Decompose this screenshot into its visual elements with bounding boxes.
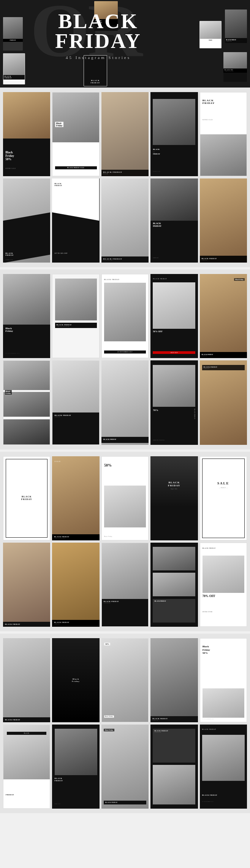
template-card: Black Friday BLACK FRIDAY <box>101 725 149 809</box>
template-card: BlackFriday BLACK FRIDAY SALE <box>52 92 99 176</box>
hero-card-br: BLACK FRI SUPER SALE 25 NOV <box>223 52 247 82</box>
template-card: BLACK FRIDAY SUPER SALE <box>200 178 247 263</box>
hero-card-mr: SALE <box>199 21 222 48</box>
template-card: BLACK FRIDAY UP TO 50% OFF <box>150 725 198 809</box>
section-3-row2: BLACK FRIDAY BLACK FRIDAY SUPER SALE UP … <box>3 543 247 627</box>
template-card: BLACKFRIDAY <box>3 456 50 540</box>
template-card: BLACK FRIDAY UP TO 50% OFF <box>101 178 149 263</box>
section-2: BlackFriday 25 NOVEMBER 2017 BLACK FRIDA… <box>0 269 250 449</box>
template-card: BLACK FRIDAY SUPER SALE <box>200 360 247 444</box>
template-card: BlackFriday <box>52 638 99 722</box>
section-3-row1: BLACKFRIDAY SALE BLACK FRIDAY SUPER SALE… <box>3 456 247 540</box>
template-card: 50% Black Friday <box>101 456 149 540</box>
template-card: Black Friday BLACK FRIDAY SUPER SALE <box>200 274 247 358</box>
hero-section: OR FRIDAY BLACKFRIDAY SUPER SALE BLACKFR… <box>0 0 250 88</box>
template-card: BlackFriday 25 NOVEMBER 2017 <box>3 274 50 358</box>
template-card: BlackFriday50% 25 NOVEMBER 2017 <box>200 638 247 722</box>
template-card: BLACK FRIDAY 25 NOVEMBER 2017 <box>101 274 149 358</box>
section-3: BLACKFRIDAY SALE BLACK FRIDAY SUPER SALE… <box>0 452 250 631</box>
template-card: BLACK FRIDAY <box>3 638 50 722</box>
section-4-row2: BLACK FRIDAY BLACKFRIDAY Super Sale Blac… <box>3 725 247 809</box>
template-card: BlackFriday50% SUPER SALE <box>3 92 50 176</box>
template-card: BLACKFRIDAY SUPER SALE <box>200 92 247 176</box>
hero-card-bl: BLACKFRIDAY <box>3 53 25 84</box>
template-card: BLACKFRIDAY Super Sale <box>150 456 198 540</box>
template-card: BLACKFRIDAY Super Sale <box>52 725 99 809</box>
template-card: BLACK FRIDAY 50% OFF SHOP NOW <box>150 274 198 358</box>
hero-card-tl: FRIDAY <box>3 17 23 51</box>
template-card: BLACK FRIDAY SUPER SALE <box>150 638 198 722</box>
template-card: BLACK FRIDAY <box>3 543 50 627</box>
section-1-row1: BlackFriday50% SUPER SALE BlackFriday BL… <box>3 92 247 176</box>
template-card: BLACKFRIDAY SUPER SALE <box>150 178 198 263</box>
template-card: BLACK FRIDAY UP TO 50% OFF <box>101 360 149 444</box>
template-card: SALE BLACK FRIDAY SUPER SALE 25 NOV 2017 <box>52 456 99 540</box>
hero-title-text: BLACK <box>55 11 141 31</box>
template-card: BLACKFRIDAY SUPER SALE <box>3 178 50 263</box>
template-card: 50% Black Friday <box>101 638 149 722</box>
hero-card-tr: BLACK FRIDAY SUPER SALE <box>225 10 247 43</box>
hero-card-bottom: BLACKFRIDAY <box>84 55 107 86</box>
hero-title-text2: FRIDAY <box>55 31 141 51</box>
section-1-row2: BLACKFRIDAY SUPER SALE BLACKFRIDAY UP TO… <box>3 178 247 263</box>
template-card: BLACK FRIDAY <box>3 725 50 809</box>
section-4-row1: BLACK FRIDAY BlackFriday 50% Black Frida… <box>3 638 247 722</box>
section-2-row2: BlackFriday BLACK FRIDAY SUPER SALE BLAC… <box>3 360 247 444</box>
hero-title: BLACK FRIDAY 45 Instagram Stories <box>55 11 141 60</box>
template-card: BLACK—FRIDAY SUPER SALE <box>150 92 198 176</box>
template-card: BLACK FRIDAY S A L E <box>101 92 149 176</box>
template-card: BLACK FRIDAY SUPER SALE <box>52 360 99 444</box>
template-card: 70% BLACK FRIDAY SUPER SALE · 25 NOV 201… <box>150 360 198 444</box>
template-card: BLACK FRIDAY SUPER SALE · UP TO 50% OFF <box>52 274 99 358</box>
section-2-row1: BlackFriday 25 NOVEMBER 2017 BLACK FRIDA… <box>3 274 247 358</box>
template-card: BLACK FRIDAY BLACK FRIDAY 25 NOVEMBER 20… <box>200 725 247 809</box>
template-card: BLACK FRIDAY 70% OFF ENTIRE STORE <box>200 543 247 627</box>
template-card: BLACK FRIDAY SUPER SALE UP TO 50% OFF <box>52 543 99 627</box>
template-card: BlackFriday <box>3 360 50 444</box>
section-1: BlackFriday50% SUPER SALE BlackFriday BL… <box>0 88 250 267</box>
section-4: BLACK FRIDAY BlackFriday 50% Black Frida… <box>0 634 250 813</box>
template-card: BLACKFRIDAY UP TO 50% OFF <box>52 178 99 263</box>
template-card: SALE — FRIDAY — <box>200 456 247 540</box>
hero-subtitle: 45 Instagram Stories <box>55 55 141 60</box>
template-card: BLACK FRIDAY <box>150 543 198 627</box>
template-card: BLACK FRIDAY UP TO 50% OFF <box>101 543 149 627</box>
